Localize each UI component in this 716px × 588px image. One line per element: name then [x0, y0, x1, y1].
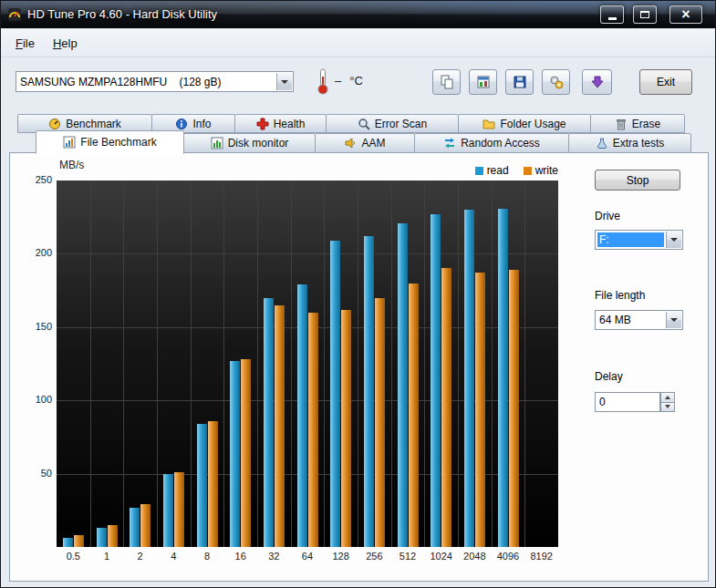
v-gridline	[191, 181, 192, 547]
delay-spinner	[660, 392, 675, 412]
drive-model-dropdown-arrow[interactable]	[276, 73, 292, 90]
read-bar	[431, 214, 441, 547]
write-swatch	[524, 167, 532, 175]
v-gridline	[223, 181, 224, 547]
delay-input[interactable]	[595, 392, 660, 412]
menu-file-key: F	[16, 36, 23, 50]
aam-speaker-icon	[344, 137, 357, 150]
y-axis-labels: 50100150200250	[17, 181, 52, 547]
write-bar	[441, 268, 451, 547]
tab-erase[interactable]: Erase	[590, 114, 685, 133]
tab-label: File Benchmark	[80, 136, 156, 149]
tab-file-benchmark[interactable]: File Benchmark	[36, 130, 184, 154]
stop-button[interactable]: Stop	[595, 170, 680, 191]
menu-file[interactable]: File	[6, 32, 44, 55]
x-tick-label: 512	[391, 551, 425, 562]
tab-health[interactable]: Health	[234, 114, 327, 133]
info-icon	[175, 118, 188, 130]
v-gridline	[157, 181, 158, 547]
tab-label: Random Access	[461, 137, 540, 150]
tab-error-scan[interactable]: Error Scan	[326, 114, 459, 133]
menu-file-rest: ile	[23, 36, 35, 50]
write-bar	[74, 535, 84, 547]
x-tick-label: 8	[191, 551, 224, 562]
x-tick-label: 0.5	[57, 551, 90, 562]
benchmark-icon	[48, 118, 61, 130]
tab-extra-tests[interactable]: Extra tests	[568, 133, 691, 153]
menu-help-rest: elp	[61, 36, 77, 50]
close-button[interactable]: ×	[669, 5, 702, 24]
thermometer-icon	[315, 67, 331, 95]
copy-button[interactable]	[432, 69, 461, 95]
temperature-value: –	[335, 74, 341, 88]
tab-random-access[interactable]: Random Access	[414, 133, 569, 153]
export-icon	[476, 75, 491, 89]
tab-folder-usage[interactable]: Folder Usage	[458, 114, 591, 133]
v-gridline	[492, 181, 493, 547]
read-bar	[297, 284, 307, 547]
y-tick-label: 150	[36, 321, 52, 332]
v-gridline	[90, 181, 91, 547]
temperature-unit: °C	[349, 74, 363, 88]
capture-arrow-icon	[590, 75, 605, 89]
read-bar	[498, 209, 508, 547]
x-axis-labels: 0.512481632641282565121024204840968192	[57, 551, 558, 564]
read-bar	[330, 241, 340, 547]
legend-write: write	[524, 164, 558, 177]
write-bar	[275, 305, 285, 547]
write-bar	[509, 270, 519, 547]
capture-button[interactable]	[582, 69, 612, 95]
temperature-display: – °C	[335, 70, 363, 90]
chevron-down-icon	[670, 238, 678, 242]
tab-disk-monitor[interactable]: Disk monitor	[183, 133, 316, 153]
file-length-select[interactable]: 64 MB	[595, 310, 683, 330]
minimize-button[interactable]	[600, 5, 624, 24]
tab-label: Disk monitor	[228, 137, 289, 150]
v-gridline	[424, 181, 425, 547]
spin-up-button[interactable]	[660, 392, 675, 403]
spin-down-button[interactable]	[660, 403, 675, 413]
y-tick-label: 250	[36, 174, 52, 185]
exit-button[interactable]: Exit	[639, 69, 692, 95]
file-length-value: 64 MB	[599, 311, 664, 329]
exit-button-label: Exit	[657, 76, 675, 88]
v-gridline	[458, 181, 459, 547]
file-benchmark-panel: MB/s read write 50100150200250 0.5124816…	[9, 152, 709, 582]
write-bar	[475, 273, 485, 547]
options-icon	[549, 75, 564, 89]
x-tick-label: 4096	[492, 551, 525, 562]
options-button[interactable]	[542, 69, 570, 95]
plot-area	[57, 181, 558, 547]
y-tick-label: 200	[36, 247, 52, 258]
write-bar	[341, 310, 351, 547]
folder-usage-icon	[483, 118, 495, 130]
drive-model-combobox[interactable]: SAMSUNG MZMPA128HMFU (128 gB)	[16, 71, 294, 92]
drive-select-arrow[interactable]	[666, 232, 681, 248]
y-tick-label: 100	[36, 394, 52, 405]
read-bar	[464, 210, 474, 547]
drive-model-value: SAMSUNG MZMPA128HMFU (128 gB)	[20, 72, 275, 91]
export-button[interactable]	[469, 69, 497, 95]
menu-help[interactable]: Help	[44, 32, 87, 55]
maximize-button[interactable]	[633, 5, 657, 24]
tab-label: AAM	[361, 137, 385, 150]
drive-select[interactable]: F:	[595, 230, 683, 250]
tab-label: Health	[274, 118, 306, 130]
read-swatch	[475, 167, 483, 175]
file-length-select-arrow[interactable]	[666, 312, 681, 328]
read-bar	[398, 223, 408, 547]
tab-aam[interactable]: AAM	[315, 133, 415, 153]
extra-tests-icon	[596, 137, 608, 150]
x-tick-label: 16	[223, 551, 257, 562]
x-tick-label: 128	[324, 551, 358, 562]
x-tick-label: 2	[123, 551, 157, 562]
health-icon	[256, 118, 269, 130]
read-bar	[97, 528, 107, 547]
drive-select-value: F:	[597, 232, 664, 247]
save-button[interactable]	[505, 69, 534, 95]
v-gridline	[524, 181, 525, 547]
v-gridline	[358, 181, 358, 547]
write-bar	[241, 359, 251, 547]
file-benchmark-icon	[63, 136, 76, 149]
legend-read-label: read	[487, 164, 509, 177]
